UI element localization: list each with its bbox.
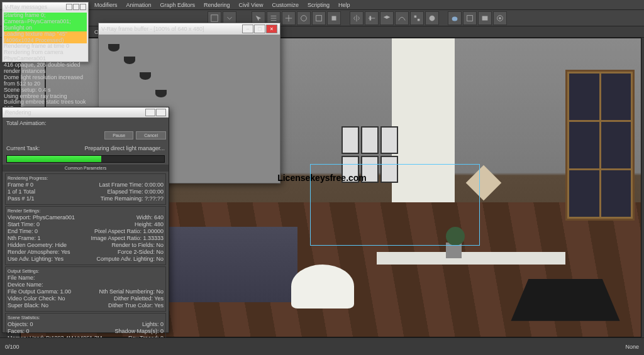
minimize-icon[interactable] [66, 4, 72, 10]
status-bar: 0/100 None [0, 337, 644, 355]
menu-modifiers[interactable]: Modifiers [94, 2, 118, 8]
tool-move[interactable] [282, 11, 296, 25]
rendering-titlebar[interactable]: Rendering [3, 107, 169, 117]
menu-help[interactable]: Help [338, 2, 350, 8]
tool-render-frame[interactable] [478, 11, 492, 25]
scene-laptop [511, 279, 619, 321]
minimize-button[interactable] [145, 109, 155, 116]
main-menu: Modifiers Animation Graph Editors Render… [0, 0, 644, 10]
svg-rect-3 [332, 16, 336, 20]
menu-scripting[interactable]: Scripting [308, 2, 330, 8]
current-task-value: Preparing direct light manager... [84, 145, 165, 151]
svg-point-1 [301, 15, 307, 21]
watermark-text: Licensekeysfree.com [277, 173, 367, 183]
current-task-label: Current Task: [6, 145, 40, 151]
rendering-progress-group: Rendering Progress: Frame # 0Last Frame … [5, 173, 166, 205]
teapot-icon[interactable] [448, 11, 462, 25]
svg-rect-9 [467, 15, 473, 21]
close-button[interactable] [156, 109, 166, 116]
svg-rect-0 [211, 14, 218, 21]
log-line: Rendering from camera PhysCamera001 [4, 50, 87, 62]
tool-named-selection[interactable] [327, 11, 341, 25]
cancel-button[interactable]: Cancel [136, 131, 166, 139]
group-title: Render Settings: [8, 209, 164, 213]
svg-rect-2 [316, 15, 322, 21]
tool-schematic[interactable] [410, 11, 424, 25]
tool-material[interactable] [425, 11, 439, 25]
ceiling-light-icon [155, 90, 167, 97]
selection-filter[interactable]: None [625, 344, 639, 350]
pause-button[interactable]: Pause [104, 131, 133, 139]
vray-messages-window[interactable]: V-Ray messages Starting frame 0; Camera=… [2, 2, 89, 62]
scene-divider-wall [392, 38, 455, 202]
ribbon-bar: Object Paint Populate [0, 26, 644, 38]
ceiling-light-icon [108, 44, 119, 52]
tool-render-setup[interactable] [463, 11, 477, 25]
menu-animation[interactable]: Animation [126, 2, 152, 8]
scene-desk [377, 252, 565, 265]
maximize-icon[interactable] [73, 4, 79, 10]
minimize-button[interactable]: − [242, 25, 253, 33]
scene-bed [159, 227, 297, 302]
rendering-title: Rendering [5, 109, 31, 116]
svg-rect-4 [370, 16, 372, 20]
group-title: Scene Statistics: [8, 315, 164, 320]
timeline-position: 0/100 [5, 344, 19, 350]
output-settings-group: Output Settings: File Name: Device Name:… [5, 266, 166, 312]
render-progress-bar [6, 155, 165, 163]
vray-messages-title: V-Ray messages [4, 4, 47, 10]
log-line: Starting frame 0; Camera=PhysCamera001; … [4, 13, 87, 31]
scene-chair [291, 265, 360, 334]
tool-render[interactable] [493, 11, 507, 25]
tool-curve-editor[interactable] [395, 11, 409, 25]
main-toolbar [0, 10, 644, 26]
total-animation-label: Total Animation: [6, 120, 165, 126]
tool-scale[interactable] [312, 11, 326, 25]
group-title: Output Settings: [8, 269, 164, 273]
menu-civil-view[interactable]: Civil View [239, 2, 264, 8]
ceiling-light-icon [124, 57, 135, 64]
menu-customize[interactable]: Customize [272, 2, 299, 8]
frame-buffer-titlebar[interactable]: V-Ray frame buffer - [100% of 640 x 480]… [99, 23, 280, 35]
maximize-button[interactable]: □ [254, 25, 265, 33]
common-parameters-header: Common Parameters [3, 165, 169, 172]
close-icon[interactable] [80, 4, 86, 10]
scene-window-right [565, 70, 635, 221]
svg-rect-10 [482, 16, 488, 20]
svg-point-12 [499, 17, 501, 19]
ceiling-light-icon [140, 72, 151, 80]
log-line: Dome light resolution increased from 512… [4, 75, 87, 87]
tool-layers[interactable] [380, 11, 394, 25]
svg-rect-5 [414, 15, 417, 18]
menu-rendering[interactable]: Rendering [204, 2, 230, 8]
vray-messages-titlebar[interactable]: V-Ray messages [3, 3, 88, 11]
close-button[interactable]: × [266, 25, 277, 33]
svg-point-7 [430, 15, 435, 21]
svg-point-8 [452, 16, 458, 21]
tool-rotate[interactable] [297, 11, 311, 25]
tool-mirror[interactable] [350, 11, 364, 25]
scene-plant [446, 227, 465, 258]
svg-rect-6 [418, 18, 420, 21]
menu-graph-editors[interactable]: Graph Editors [160, 2, 196, 8]
rendering-progress-window[interactable]: Rendering Total Animation: Pause Cancel … [2, 107, 169, 333]
log-line: Loading texture map "45" (4096x1024 Proc… [4, 31, 87, 44]
log-line: 416 opaque, 205 double-sided render inst… [4, 62, 87, 75]
tool-align[interactable] [365, 11, 379, 25]
render-settings-group: Render Settings: Viewport: PhysCamera001… [5, 206, 166, 265]
group-title: Rendering Progress: [8, 176, 164, 180]
frame-buffer-title: V-Ray frame buffer - [100% of 640 x 480] [101, 26, 204, 32]
